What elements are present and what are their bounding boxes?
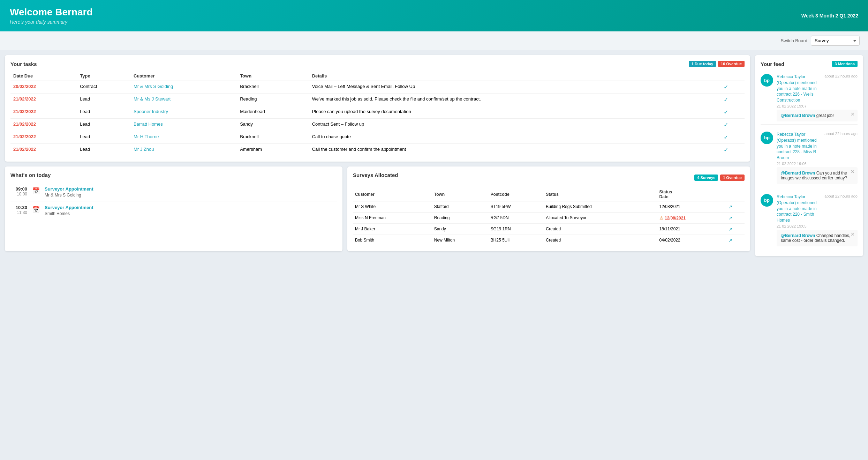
feed-item: bp Rebecca Taylor (Operator) mentioned y… (761, 71, 858, 125)
calendar-icon: 📅 (32, 206, 40, 213)
check-icon[interactable]: ✓ (724, 84, 728, 90)
feed-meta-date: 21 02 2022 19:05 (777, 224, 858, 228)
task-check[interactable]: ✓ (721, 119, 745, 131)
feed-meta-date: 21 02 2022 19:06 (777, 162, 858, 166)
task-details: Call the customer and confirm the appoin… (309, 144, 721, 156)
feed-mention-title[interactable]: Rebecca Taylor (Operator) mentioned you … (777, 194, 822, 223)
task-customer[interactable]: Barratt Homes (131, 119, 237, 131)
close-button[interactable]: ✕ (851, 232, 855, 237)
task-town: Maidenhead (237, 106, 309, 119)
task-town: Amersham (237, 144, 309, 156)
survey-ext-link[interactable]: ↗ (726, 224, 745, 235)
scol-postcode: Postcode (489, 188, 544, 201)
task-check[interactable]: ✓ (721, 106, 745, 119)
table-row: 21/02/2022 Lead Mr & Ms J Stewart Readin… (10, 94, 745, 106)
external-link-icon[interactable]: ↗ (729, 238, 732, 243)
feed-mention-title[interactable]: Rebecca Taylor (Operator) mentioned you … (777, 132, 822, 161)
surveys-title: Surveys Allocated (353, 172, 398, 178)
feed-mentions-badge: 3 Mentions (832, 61, 858, 67)
survey-customer: Mr J Baker (353, 224, 432, 235)
task-check[interactable]: ✓ (721, 81, 745, 94)
check-icon[interactable]: ✓ (724, 97, 728, 103)
survey-ext-link[interactable]: ↗ (726, 235, 745, 246)
external-link-icon[interactable]: ↗ (729, 204, 732, 209)
surveys-table: Customer Town Postcode Status StatusDate… (353, 188, 745, 246)
feed-title: Your feed (761, 61, 784, 67)
survey-status: Allocated To Surveyor (544, 213, 657, 224)
feed-timestamp: about 22 hours ago (824, 132, 858, 136)
avatar: bp (761, 194, 773, 207)
task-check[interactable]: ✓ (721, 94, 745, 106)
task-date: 21/02/2022 (10, 94, 77, 106)
scol-status: Status (544, 188, 657, 201)
task-customer[interactable]: Spooner Industry (131, 106, 237, 119)
survey-ext-link[interactable]: ↗ (726, 213, 745, 224)
task-check[interactable]: ✓ (721, 131, 745, 144)
survey-ext-link[interactable]: ↗ (726, 201, 745, 213)
task-type: Contract (77, 81, 131, 94)
task-customer[interactable]: Mr & Ms J Stewart (131, 94, 237, 106)
check-icon[interactable]: ✓ (724, 134, 728, 140)
toolbar: Switch Board Survey (0, 31, 868, 50)
task-customer[interactable]: Mr H Thorne (131, 131, 237, 144)
table-row: Bob Smith New Milton BH25 5UH Created 04… (353, 235, 745, 246)
survey-status: Created (544, 235, 657, 246)
task-customer[interactable]: Mr J Zhou (131, 144, 237, 156)
survey-status-date: 12/08/2021 (657, 201, 726, 213)
surveys-badges: 4 Surveys 1 Overdue (694, 175, 745, 181)
appointment-customer: Smith Homes (45, 211, 93, 216)
close-button[interactable]: ✕ (851, 112, 855, 117)
task-type: Lead (77, 119, 131, 131)
close-button[interactable]: ✕ (851, 169, 855, 174)
warning-icon: ⚠ (659, 215, 664, 221)
feed-timestamp: about 22 hours ago (824, 74, 858, 78)
table-row: Mr J Baker Sandy SG19 1RN Created 18/11/… (353, 224, 745, 235)
col-action (721, 71, 745, 81)
appointment-title[interactable]: Surveyor Appointment (45, 186, 93, 192)
feed-item: bp Rebecca Taylor (Operator) mentioned y… (761, 129, 858, 187)
tasks-badges: 1 Due today 10 Overdue (689, 61, 745, 67)
page-header: Welcome Bernard Here's your daily summar… (0, 0, 868, 31)
tasks-table-header-row: Date Due Type Customer Town Details (10, 71, 745, 81)
surveys-header: Surveys Allocated 4 Surveys 1 Overdue (353, 172, 745, 183)
feed-list: bp Rebecca Taylor (Operator) mentioned y… (761, 71, 858, 246)
feed-reply: @Bernard Brown Can you add the images we… (777, 167, 858, 184)
feed-mention: bp Rebecca Taylor (Operator) mentioned y… (761, 191, 858, 230)
time-start: 09:00 (10, 186, 27, 192)
due-today-badge: 1 Due today (689, 61, 716, 67)
task-date: 20/02/2022 (10, 81, 77, 94)
survey-status-date: ⚠ 12/08/2021 (657, 213, 726, 224)
mention-name: @Bernard Brown (781, 171, 815, 176)
feed-mention-title[interactable]: Rebecca Taylor (Operator) mentioned you … (777, 74, 822, 103)
feed-divider (761, 124, 858, 125)
appointment-customer: Mr & Mrs S Golding (45, 193, 93, 198)
scol-town: Town (432, 188, 489, 201)
status-date-value: 12/08/2021 (659, 204, 680, 209)
check-icon[interactable]: ✓ (724, 109, 728, 115)
col-town: Town (237, 71, 309, 81)
time-start: 10:30 (10, 205, 27, 210)
external-link-icon[interactable]: ↗ (729, 227, 732, 232)
surveys-overdue-badge: 1 Overdue (720, 175, 745, 181)
survey-postcode: RG7 5DN (489, 213, 544, 224)
task-customer[interactable]: Mr & Mrs S Golding (131, 81, 237, 94)
feed-reply: @Bernard Brown Changed handles, same cos… (777, 230, 858, 246)
list-item: 10:30 11:30 📅 Surveyor Appointment Smith… (10, 201, 337, 220)
avatar: bp (761, 132, 773, 144)
scol-link (726, 188, 745, 201)
task-details: Voice Mail – Left Message & Sent Email. … (309, 81, 721, 94)
table-row: 21/02/2022 Lead Mr J Zhou Amersham Call … (10, 144, 745, 156)
switch-board-select[interactable]: Survey (811, 36, 860, 46)
check-icon[interactable]: ✓ (724, 122, 728, 128)
appointment-title[interactable]: Surveyor Appointment (45, 205, 93, 210)
whats-on-list: 09:00 10:00 📅 Surveyor Appointment Mr & … (10, 183, 337, 220)
external-link-icon[interactable]: ↗ (729, 215, 732, 221)
tasks-table: Date Due Type Customer Town Details 20/0… (10, 71, 745, 156)
overdue-badge: 10 Overdue (718, 61, 745, 67)
check-icon[interactable]: ✓ (724, 147, 728, 153)
table-row: 21/02/2022 Lead Spooner Industry Maidenh… (10, 106, 745, 119)
task-check[interactable]: ✓ (721, 144, 745, 156)
feed-mention-top: Rebecca Taylor (Operator) mentioned you … (777, 194, 858, 223)
daily-summary-subtitle: Here's your daily summary (10, 19, 93, 25)
mention-name: @Bernard Brown (781, 233, 815, 238)
